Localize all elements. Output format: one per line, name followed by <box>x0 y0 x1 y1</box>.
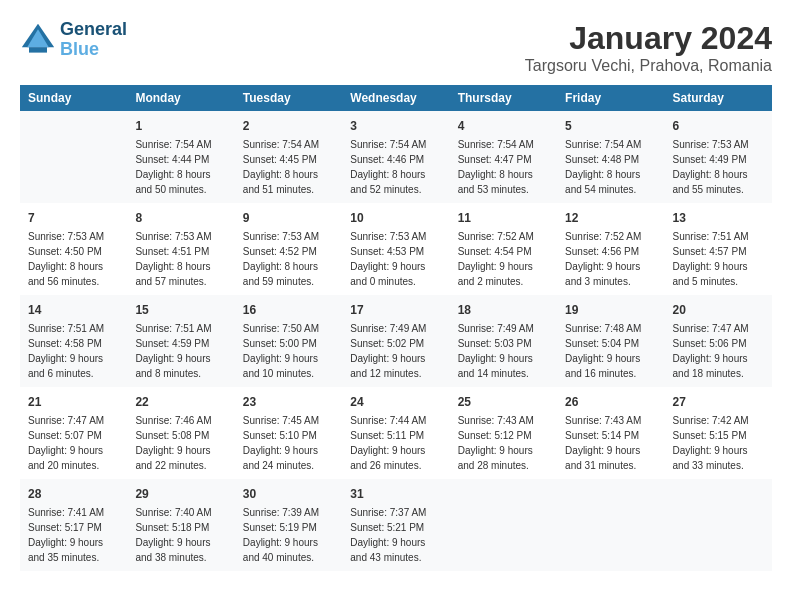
day-number: 7 <box>28 209 119 227</box>
day-info: Sunrise: 7:39 AMSunset: 5:19 PMDaylight:… <box>243 505 334 565</box>
day-number: 19 <box>565 301 656 319</box>
day-number: 17 <box>350 301 441 319</box>
calendar-cell <box>20 111 127 203</box>
day-number: 16 <box>243 301 334 319</box>
day-info: Sunrise: 7:51 AMSunset: 4:58 PMDaylight:… <box>28 321 119 381</box>
day-info: Sunrise: 7:47 AMSunset: 5:07 PMDaylight:… <box>28 413 119 473</box>
day-info: Sunrise: 7:54 AMSunset: 4:44 PMDaylight:… <box>135 137 226 197</box>
day-info: Sunrise: 7:43 AMSunset: 5:14 PMDaylight:… <box>565 413 656 473</box>
calendar-cell: 15Sunrise: 7:51 AMSunset: 4:59 PMDayligh… <box>127 295 234 387</box>
calendar-cell: 5Sunrise: 7:54 AMSunset: 4:48 PMDaylight… <box>557 111 664 203</box>
calendar-cell: 12Sunrise: 7:52 AMSunset: 4:56 PMDayligh… <box>557 203 664 295</box>
day-info: Sunrise: 7:47 AMSunset: 5:06 PMDaylight:… <box>673 321 764 381</box>
logo-text: General Blue <box>60 20 127 60</box>
calendar-cell: 6Sunrise: 7:53 AMSunset: 4:49 PMDaylight… <box>665 111 772 203</box>
day-info: Sunrise: 7:54 AMSunset: 4:48 PMDaylight:… <box>565 137 656 197</box>
calendar-cell <box>557 479 664 571</box>
calendar-cell: 31Sunrise: 7:37 AMSunset: 5:21 PMDayligh… <box>342 479 449 571</box>
day-number: 3 <box>350 117 441 135</box>
column-header-sunday: Sunday <box>20 85 127 111</box>
day-info: Sunrise: 7:53 AMSunset: 4:52 PMDaylight:… <box>243 229 334 289</box>
calendar-cell: 29Sunrise: 7:40 AMSunset: 5:18 PMDayligh… <box>127 479 234 571</box>
calendar-cell <box>450 479 557 571</box>
calendar-cell: 25Sunrise: 7:43 AMSunset: 5:12 PMDayligh… <box>450 387 557 479</box>
day-info: Sunrise: 7:49 AMSunset: 5:03 PMDaylight:… <box>458 321 549 381</box>
day-number: 29 <box>135 485 226 503</box>
calendar-cell: 21Sunrise: 7:47 AMSunset: 5:07 PMDayligh… <box>20 387 127 479</box>
day-info: Sunrise: 7:53 AMSunset: 4:49 PMDaylight:… <box>673 137 764 197</box>
calendar-table: SundayMondayTuesdayWednesdayThursdayFrid… <box>20 85 772 571</box>
day-info: Sunrise: 7:41 AMSunset: 5:17 PMDaylight:… <box>28 505 119 565</box>
calendar-cell: 17Sunrise: 7:49 AMSunset: 5:02 PMDayligh… <box>342 295 449 387</box>
day-number: 23 <box>243 393 334 411</box>
calendar-cell <box>665 479 772 571</box>
day-number: 22 <box>135 393 226 411</box>
page-subtitle: Targsoru Vechi, Prahova, Romania <box>525 57 772 75</box>
column-header-thursday: Thursday <box>450 85 557 111</box>
column-header-wednesday: Wednesday <box>342 85 449 111</box>
calendar-cell: 1Sunrise: 7:54 AMSunset: 4:44 PMDaylight… <box>127 111 234 203</box>
day-info: Sunrise: 7:53 AMSunset: 4:50 PMDaylight:… <box>28 229 119 289</box>
day-number: 27 <box>673 393 764 411</box>
column-header-friday: Friday <box>557 85 664 111</box>
day-number: 11 <box>458 209 549 227</box>
day-number: 1 <box>135 117 226 135</box>
calendar-cell: 19Sunrise: 7:48 AMSunset: 5:04 PMDayligh… <box>557 295 664 387</box>
calendar-cell: 11Sunrise: 7:52 AMSunset: 4:54 PMDayligh… <box>450 203 557 295</box>
calendar-header-row: SundayMondayTuesdayWednesdayThursdayFrid… <box>20 85 772 111</box>
calendar-week-row: 21Sunrise: 7:47 AMSunset: 5:07 PMDayligh… <box>20 387 772 479</box>
calendar-cell: 14Sunrise: 7:51 AMSunset: 4:58 PMDayligh… <box>20 295 127 387</box>
day-info: Sunrise: 7:53 AMSunset: 4:53 PMDaylight:… <box>350 229 441 289</box>
calendar-cell: 9Sunrise: 7:53 AMSunset: 4:52 PMDaylight… <box>235 203 342 295</box>
calendar-cell: 10Sunrise: 7:53 AMSunset: 4:53 PMDayligh… <box>342 203 449 295</box>
day-number: 24 <box>350 393 441 411</box>
svg-rect-2 <box>29 47 47 52</box>
day-info: Sunrise: 7:43 AMSunset: 5:12 PMDaylight:… <box>458 413 549 473</box>
day-info: Sunrise: 7:53 AMSunset: 4:51 PMDaylight:… <box>135 229 226 289</box>
calendar-cell: 24Sunrise: 7:44 AMSunset: 5:11 PMDayligh… <box>342 387 449 479</box>
calendar-cell: 8Sunrise: 7:53 AMSunset: 4:51 PMDaylight… <box>127 203 234 295</box>
calendar-cell: 16Sunrise: 7:50 AMSunset: 5:00 PMDayligh… <box>235 295 342 387</box>
day-number: 15 <box>135 301 226 319</box>
day-info: Sunrise: 7:52 AMSunset: 4:56 PMDaylight:… <box>565 229 656 289</box>
day-info: Sunrise: 7:51 AMSunset: 4:59 PMDaylight:… <box>135 321 226 381</box>
day-number: 2 <box>243 117 334 135</box>
page-header: General Blue January 2024 Targsoru Vechi… <box>20 20 772 75</box>
calendar-cell: 22Sunrise: 7:46 AMSunset: 5:08 PMDayligh… <box>127 387 234 479</box>
day-info: Sunrise: 7:49 AMSunset: 5:02 PMDaylight:… <box>350 321 441 381</box>
day-number: 14 <box>28 301 119 319</box>
column-header-saturday: Saturday <box>665 85 772 111</box>
calendar-cell: 26Sunrise: 7:43 AMSunset: 5:14 PMDayligh… <box>557 387 664 479</box>
day-info: Sunrise: 7:46 AMSunset: 5:08 PMDaylight:… <box>135 413 226 473</box>
day-info: Sunrise: 7:54 AMSunset: 4:47 PMDaylight:… <box>458 137 549 197</box>
day-number: 28 <box>28 485 119 503</box>
calendar-cell: 30Sunrise: 7:39 AMSunset: 5:19 PMDayligh… <box>235 479 342 571</box>
day-number: 31 <box>350 485 441 503</box>
day-info: Sunrise: 7:48 AMSunset: 5:04 PMDaylight:… <box>565 321 656 381</box>
day-info: Sunrise: 7:51 AMSunset: 4:57 PMDaylight:… <box>673 229 764 289</box>
logo: General Blue <box>20 20 127 60</box>
day-info: Sunrise: 7:40 AMSunset: 5:18 PMDaylight:… <box>135 505 226 565</box>
day-number: 26 <box>565 393 656 411</box>
day-number: 8 <box>135 209 226 227</box>
day-number: 13 <box>673 209 764 227</box>
calendar-cell: 20Sunrise: 7:47 AMSunset: 5:06 PMDayligh… <box>665 295 772 387</box>
logo-icon <box>20 22 56 58</box>
day-number: 10 <box>350 209 441 227</box>
column-header-tuesday: Tuesday <box>235 85 342 111</box>
day-info: Sunrise: 7:45 AMSunset: 5:10 PMDaylight:… <box>243 413 334 473</box>
calendar-cell: 7Sunrise: 7:53 AMSunset: 4:50 PMDaylight… <box>20 203 127 295</box>
calendar-week-row: 28Sunrise: 7:41 AMSunset: 5:17 PMDayligh… <box>20 479 772 571</box>
day-number: 12 <box>565 209 656 227</box>
calendar-cell: 23Sunrise: 7:45 AMSunset: 5:10 PMDayligh… <box>235 387 342 479</box>
calendar-week-row: 14Sunrise: 7:51 AMSunset: 4:58 PMDayligh… <box>20 295 772 387</box>
calendar-cell: 27Sunrise: 7:42 AMSunset: 5:15 PMDayligh… <box>665 387 772 479</box>
calendar-cell: 2Sunrise: 7:54 AMSunset: 4:45 PMDaylight… <box>235 111 342 203</box>
day-number: 6 <box>673 117 764 135</box>
title-block: January 2024 Targsoru Vechi, Prahova, Ro… <box>525 20 772 75</box>
calendar-cell: 3Sunrise: 7:54 AMSunset: 4:46 PMDaylight… <box>342 111 449 203</box>
calendar-cell: 28Sunrise: 7:41 AMSunset: 5:17 PMDayligh… <box>20 479 127 571</box>
day-info: Sunrise: 7:42 AMSunset: 5:15 PMDaylight:… <box>673 413 764 473</box>
day-info: Sunrise: 7:37 AMSunset: 5:21 PMDaylight:… <box>350 505 441 565</box>
day-number: 30 <box>243 485 334 503</box>
